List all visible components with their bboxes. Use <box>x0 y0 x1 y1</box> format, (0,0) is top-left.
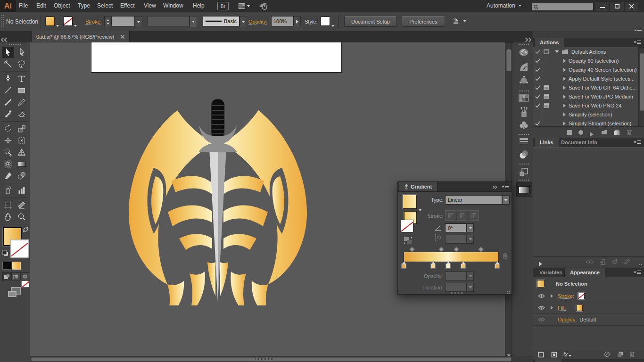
tab-artboards[interactable]: Artboards <box>562 359 598 362</box>
toggle-item-check[interactable] <box>533 110 542 119</box>
tab-gradient[interactable]: Gradient <box>399 182 438 191</box>
gradient-panel[interactable]: Gradient Type: Linear Stroke: 0° Opacity… <box>397 181 512 295</box>
menu-window[interactable]: Window <box>163 2 183 9</box>
menu-object[interactable]: Object <box>54 2 70 9</box>
new-set-folder-icon[interactable] <box>601 130 608 135</box>
menu-view[interactable]: View <box>144 2 156 9</box>
tab-actions[interactable]: Actions <box>534 38 564 47</box>
tool-rotate[interactable] <box>2 123 14 134</box>
tool-paintbrush[interactable] <box>2 97 14 108</box>
action-row[interactable]: Save For Web JPG Medium <box>533 92 638 101</box>
toggle-item-check[interactable] <box>533 47 542 56</box>
menu-effect[interactable]: Effect <box>120 2 134 9</box>
duplicate-item-icon[interactable] <box>617 351 623 357</box>
tool-symbol-sprayer[interactable] <box>2 185 14 196</box>
tool-magic-wand[interactable] <box>2 58 14 70</box>
action-row[interactable]: Save For Web PNG 24 <box>533 101 638 110</box>
dialog-toggle[interactable] <box>542 119 551 126</box>
expander-icon[interactable] <box>563 104 566 107</box>
stroke-proxy-swatch[interactable] <box>10 239 29 258</box>
gradient-panel-icon[interactable] <box>516 182 532 197</box>
stroke-within-button[interactable] <box>445 210 455 221</box>
tool-artboard[interactable] <box>2 199 14 211</box>
angle-arrow[interactable] <box>467 223 474 232</box>
opacity-panel-link[interactable]: Opacity: <box>248 19 267 25</box>
workspace-switcher[interactable]: Automation <box>487 2 521 9</box>
canvas-hscrollbar[interactable] <box>30 356 512 362</box>
gradient-stroke-proxy[interactable] <box>401 220 413 232</box>
appearance-fill-row[interactable]: Fill: <box>533 302 644 314</box>
tool-eyedropper[interactable] <box>2 170 14 181</box>
stroke-panel-link[interactable]: Stroke: <box>85 19 102 25</box>
dialog-toggle[interactable] <box>542 65 551 74</box>
brush-definition-dropdown[interactable]: Basic <box>203 16 239 26</box>
delete-item-icon[interactable] <box>629 351 635 357</box>
expander-icon[interactable] <box>563 113 566 116</box>
expander-icon[interactable] <box>563 68 566 72</box>
tab-variables[interactable]: Variables <box>534 268 567 277</box>
update-link-icon[interactable] <box>611 259 618 265</box>
symbols-icon[interactable] <box>519 120 528 130</box>
brush-dropdown-arrow[interactable] <box>239 16 247 27</box>
relink-icon[interactable] <box>586 259 594 264</box>
stroke-across-button[interactable] <box>469 210 479 221</box>
gradient-midpoint[interactable] <box>438 247 444 252</box>
draw-inside-button[interactable] <box>20 272 29 280</box>
gradient-button[interactable] <box>12 262 21 270</box>
menu-select[interactable]: Select <box>97 2 113 9</box>
menu-type[interactable]: Type <box>78 2 90 9</box>
opacity-arrow[interactable] <box>294 16 301 27</box>
gradient-panel-corner-grip[interactable] <box>507 290 511 294</box>
tool-perspective-grid[interactable] <box>16 147 28 158</box>
control-bar-grip[interactable] <box>1 15 4 28</box>
dialog-toggle[interactable] <box>542 47 551 56</box>
toggle-item-check[interactable] <box>533 92 542 101</box>
gradient-panel-menu-icon[interactable] <box>502 184 509 189</box>
width-profile-arrow[interactable] <box>190 16 197 27</box>
visibility-eye-icon[interactable] <box>538 294 545 298</box>
document-tab-close-icon[interactable] <box>121 35 124 39</box>
tool-line-segment[interactable] <box>2 85 14 96</box>
fill-attribute-link[interactable]: Fill: <box>558 305 566 311</box>
dialog-toggle[interactable] <box>542 74 551 83</box>
opacity-attribute-link[interactable]: Opacity: <box>558 317 577 322</box>
tool-width[interactable] <box>2 135 14 146</box>
stroke-dropdown-arrow[interactable] <box>74 20 77 29</box>
default-fill-stroke-icon[interactable] <box>2 250 8 256</box>
new-fill-icon[interactable] <box>551 352 557 358</box>
appearance-panel-menu-icon[interactable] <box>634 270 641 275</box>
angle-field[interactable]: 0° <box>445 223 467 232</box>
fill-gradient-swatch[interactable] <box>576 304 583 311</box>
actions-scrollbar[interactable] <box>638 47 644 126</box>
stroke-none-swatch[interactable] <box>578 293 585 299</box>
tool-pencil[interactable] <box>16 97 28 108</box>
kuler-icon[interactable] <box>519 75 528 86</box>
gradient-panel-resize-grip[interactable] <box>450 292 464 294</box>
stroke-weight-stepper[interactable] <box>104 16 111 27</box>
document-setup-button[interactable]: Document Setup <box>344 16 397 27</box>
stroke-weight-field[interactable] <box>111 16 135 26</box>
menu-file[interactable]: File <box>19 2 28 9</box>
color-button[interactable] <box>2 262 11 270</box>
visibility-eye-icon-dim[interactable] <box>538 317 545 322</box>
gradient-midpoint[interactable] <box>409 247 414 252</box>
opacity-field[interactable]: 100% <box>271 16 294 26</box>
gradient-midpoint[interactable] <box>478 247 483 252</box>
color-guide-icon[interactable] <box>519 62 528 72</box>
go-to-link-icon[interactable] <box>599 259 606 265</box>
appearance-selection-row[interactable]: No Selection <box>533 277 644 290</box>
gradient-stop-100[interactable] <box>495 263 500 269</box>
stroke-along-button[interactable] <box>457 210 467 221</box>
tool-slice[interactable] <box>16 199 28 211</box>
actions-scroll-thumb[interactable] <box>640 53 644 111</box>
tab-links[interactable]: Links <box>534 138 559 147</box>
expander-icon[interactable] <box>551 306 553 310</box>
toggle-item-check[interactable] <box>533 83 542 92</box>
tool-selection[interactable] <box>2 47 14 58</box>
bridge-button[interactable]: Br <box>217 2 229 10</box>
action-row[interactable]: Save For Web GIF 64 Dithe... <box>533 83 638 92</box>
gradient-opacity-field[interactable] <box>445 272 467 280</box>
expander-icon[interactable] <box>563 95 566 99</box>
action-row[interactable]: Opacity 60 (selection) <box>533 56 638 66</box>
delete-icon[interactable] <box>627 129 632 135</box>
